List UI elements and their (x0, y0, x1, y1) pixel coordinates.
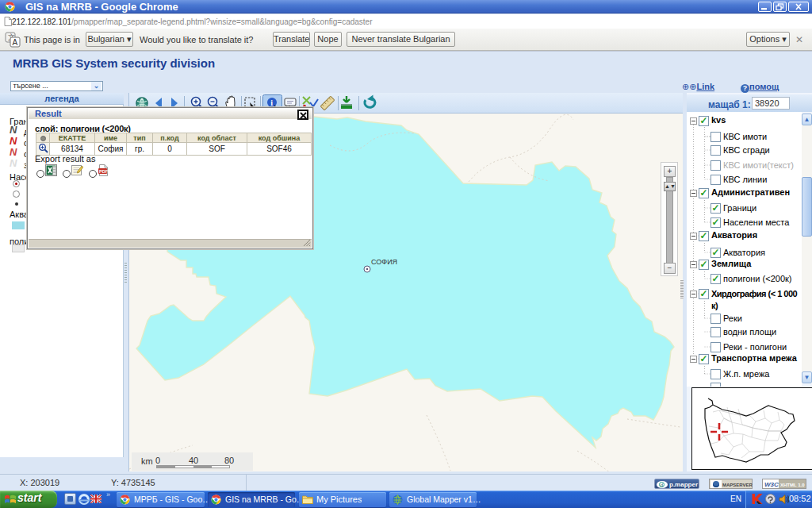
svg-text:PDF: PDF (99, 169, 109, 174)
svg-text:A: A (13, 38, 18, 47)
svg-text:i: i (270, 98, 273, 107)
svg-text:СОФИЯ: СОФИЯ (371, 258, 397, 266)
